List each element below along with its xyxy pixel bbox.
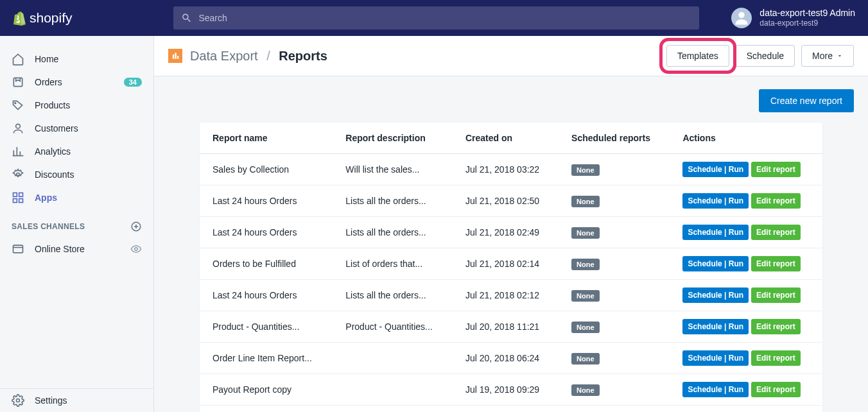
svg-rect-8 <box>19 199 23 203</box>
sidebar-item-online-store[interactable]: Online Store <box>0 237 153 261</box>
sidebar-item-discounts[interactable]: Discounts <box>0 163 153 186</box>
edit-report-button[interactable]: Edit report <box>751 225 801 240</box>
cell-name: Product - Quantities... <box>200 311 333 343</box>
sidebar-item-home[interactable]: Home <box>0 47 153 71</box>
svg-rect-6 <box>19 193 23 197</box>
cell-created: Jul 20, 2018 06:24 <box>453 343 559 374</box>
sidebar-item-label: Customers <box>35 123 78 133</box>
sidebar-item-label: Settings <box>35 395 67 406</box>
schedule-run-button[interactable]: Schedule | Run <box>682 162 749 177</box>
table-row[interactable]: MAC Group Shopify... Jul 19, 2018 09:21 … <box>200 406 822 413</box>
svg-rect-5 <box>13 193 17 197</box>
cell-desc: Lists all the orders... <box>333 185 453 217</box>
cell-name: Payout Report copy <box>200 374 333 406</box>
cell-created: Jul 21, 2018 02:12 <box>453 280 559 311</box>
table-row[interactable]: Product - Quantities... Product - Quanti… <box>200 311 822 343</box>
schedule-run-button[interactable]: Schedule | Run <box>682 288 749 303</box>
cell-desc <box>333 343 453 374</box>
cell-desc: Lists all the orders... <box>333 217 453 248</box>
th-actions: Actions <box>670 123 822 154</box>
sidebar-item-label: Orders <box>35 77 62 87</box>
user-area[interactable]: data-export-test9 Admin data-export-test… <box>718 8 868 28</box>
cell-actions: Schedule | Run Edit report <box>670 280 822 311</box>
table-row[interactable]: Last 24 hours Orders Lists all the order… <box>200 280 822 311</box>
cell-scheduled: None <box>559 406 670 413</box>
cell-scheduled: None <box>559 248 670 280</box>
svg-rect-10 <box>13 245 23 253</box>
sidebar-item-settings[interactable]: Settings <box>0 389 153 412</box>
content: Create new report Report name Report des… <box>154 76 868 412</box>
view-store-icon[interactable] <box>130 243 142 255</box>
schedule-run-button[interactable]: Schedule | Run <box>682 193 749 209</box>
table-row[interactable]: Orders to be Fulfilled List of orders th… <box>200 248 822 280</box>
schedule-run-button[interactable]: Schedule | Run <box>682 256 749 271</box>
edit-report-button[interactable]: Edit report <box>751 350 801 366</box>
cell-name: Last 24 hours Orders <box>200 185 333 217</box>
cell-actions: Schedule | Run Edit report <box>670 154 822 185</box>
cell-name: Orders to be Fulfilled <box>200 248 333 280</box>
cell-scheduled: None <box>559 280 670 311</box>
table-row[interactable]: Last 24 hours Orders Lists all the order… <box>200 217 822 248</box>
templates-button[interactable]: Templates <box>666 45 729 67</box>
schedule-button[interactable]: Schedule <box>736 45 795 67</box>
cell-desc: Product - Quantities... <box>333 311 453 343</box>
sidebar-item-apps[interactable]: Apps <box>0 186 153 209</box>
cell-actions: Schedule | Run Edit report <box>670 185 822 217</box>
cell-scheduled: None <box>559 217 670 248</box>
schedule-run-button[interactable]: Schedule | Run <box>682 382 749 397</box>
avatar-icon <box>733 9 751 27</box>
logo-text: shopify <box>30 10 73 26</box>
search-box[interactable] <box>173 6 699 30</box>
search-input[interactable] <box>198 13 691 23</box>
edit-report-button[interactable]: Edit report <box>751 382 801 397</box>
create-report-button[interactable]: Create new report <box>759 89 854 112</box>
th-scheduled: Scheduled reports <box>559 123 670 154</box>
cell-created: Jul 20, 2018 11:21 <box>453 311 559 343</box>
th-desc: Report description <box>333 123 453 154</box>
cell-created: Jul 21, 2018 03:22 <box>453 154 559 185</box>
sidebar-item-label: Online Store <box>35 244 85 254</box>
cell-actions: Schedule | Run Edit report <box>670 343 822 374</box>
table-row[interactable]: Last 24 hours Orders Lists all the order… <box>200 185 822 217</box>
online-store-icon <box>12 243 24 255</box>
breadcrumb: Data Export / Reports <box>190 49 327 64</box>
analytics-icon <box>12 145 24 158</box>
settings-icon <box>12 394 24 407</box>
table-row[interactable]: Payout Report copy Jul 19, 2018 09:29 No… <box>200 374 822 406</box>
none-badge: None <box>571 384 600 396</box>
table-row[interactable]: Order Line Item Report... Jul 20, 2018 0… <box>200 343 822 374</box>
schedule-run-button[interactable]: Schedule | Run <box>682 225 749 240</box>
cell-name: MAC Group Shopify... <box>200 406 333 413</box>
discounts-icon <box>12 168 24 181</box>
cell-scheduled: None <box>559 311 670 343</box>
edit-report-button[interactable]: Edit report <box>751 162 801 177</box>
breadcrumb-sep: / <box>266 49 270 63</box>
breadcrumb-app[interactable]: Data Export <box>190 49 258 63</box>
schedule-run-button[interactable]: Schedule | Run <box>682 319 749 334</box>
sidebar-item-orders[interactable]: Orders 34 <box>0 71 153 94</box>
table-row[interactable]: Sales by Collection Will list the sales.… <box>200 154 822 185</box>
cell-desc <box>333 406 453 413</box>
logo[interactable]: shopify <box>0 10 154 26</box>
add-channel-icon[interactable] <box>130 221 142 232</box>
schedule-run-button[interactable]: Schedule | Run <box>682 350 749 366</box>
edit-report-button[interactable]: Edit report <box>751 193 801 209</box>
none-badge: None <box>571 322 600 333</box>
cell-name: Order Line Item Report... <box>200 343 333 374</box>
cell-created: Jul 21, 2018 02:14 <box>453 248 559 280</box>
cell-desc: Will list the sales... <box>333 154 453 185</box>
page-header: Data Export / Reports Templates Schedule… <box>154 36 868 76</box>
cell-created: Jul 21, 2018 02:50 <box>453 185 559 217</box>
svg-point-0 <box>739 12 745 18</box>
app-icon <box>168 49 182 63</box>
sidebar-item-customers[interactable]: Customers <box>0 117 153 140</box>
more-button[interactable]: More <box>801 45 854 67</box>
edit-report-button[interactable]: Edit report <box>751 319 801 334</box>
sidebar-item-products[interactable]: Products <box>0 94 153 117</box>
shopify-icon <box>12 10 26 26</box>
svg-point-3 <box>16 124 21 128</box>
cell-created: Jul 21, 2018 02:49 <box>453 217 559 248</box>
sidebar-item-analytics[interactable]: Analytics <box>0 140 153 163</box>
edit-report-button[interactable]: Edit report <box>751 256 801 271</box>
edit-report-button[interactable]: Edit report <box>751 288 801 303</box>
